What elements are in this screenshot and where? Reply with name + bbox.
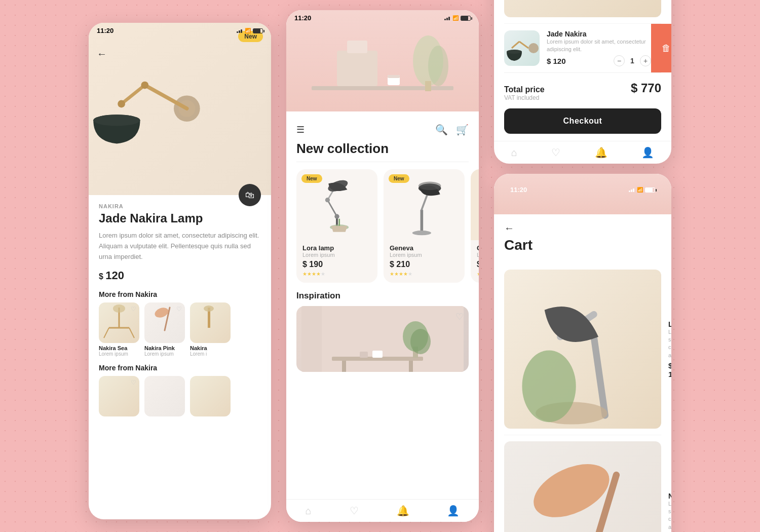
nav-user[interactable]: 👤 bbox=[447, 505, 460, 517]
more-item-2[interactable]: ♡ Nakira Pink Lorem ipsum bbox=[144, 302, 185, 357]
cart-item-row-2: Jade Nakira Lorem ipsum dolor sit amet, … bbox=[504, 24, 671, 73]
cart-list-item-nakira: Nakira Pink Lorem ipsum dolor sit amet, … bbox=[504, 435, 661, 532]
price-value: 120 bbox=[105, 269, 124, 282]
product-card-geneva[interactable]: New Geneva Lorem ipsum $ 2 bbox=[384, 169, 465, 283]
cart-back-button[interactable]: ← bbox=[504, 222, 661, 234]
total-label: Total price bbox=[504, 85, 545, 94]
product-description: Lorem ipsum dolor sit amet, consectetur … bbox=[99, 231, 261, 262]
svg-line-11 bbox=[129, 328, 134, 338]
cart-title: Cart bbox=[504, 237, 661, 253]
badge-lora: New bbox=[301, 174, 322, 183]
chri-lamp-svg bbox=[471, 172, 479, 238]
status-bar-cart: 11:20 📶 bbox=[502, 182, 663, 196]
cart-title-area: ← Cart bbox=[494, 214, 671, 258]
bottom-item-thumb-2 bbox=[144, 376, 185, 416]
bottom-item-thumb-3 bbox=[190, 376, 231, 416]
cart-item-lamp-1 bbox=[504, 0, 661, 15]
product-card-lora[interactable]: New bbox=[296, 169, 377, 283]
product-card-img-lora: New bbox=[296, 169, 377, 240]
more-item-name-2: Nakira Pink bbox=[144, 345, 185, 351]
svg-rect-33 bbox=[421, 209, 424, 233]
status-bar-left: 11:20 📶 bbox=[89, 23, 271, 36]
bottom-item-1[interactable]: ♡ bbox=[99, 376, 139, 416]
vat-text: VAT included bbox=[504, 94, 545, 101]
products-scroll: New bbox=[286, 169, 479, 283]
more-item-desc-1: Lorem ipsum bbox=[99, 351, 139, 357]
heart-icon-2[interactable]: ♡ bbox=[176, 306, 182, 313]
product-name: Jade Nakira Lamp bbox=[99, 211, 261, 225]
geneva-stars: ★★★★★ bbox=[390, 271, 459, 277]
cart-status-bar: 11:20 📶 bbox=[494, 179, 671, 196]
svg-rect-49 bbox=[360, 352, 368, 358]
geneva-name: Geneva bbox=[390, 244, 459, 252]
svg-point-34 bbox=[412, 231, 431, 235]
cart-list-details-lora: Lora Lamp Lorem ipsum dolor sit amet, co… bbox=[668, 320, 671, 379]
hamburger-icon[interactable]: ☰ bbox=[296, 124, 305, 135]
bottom-item-2[interactable] bbox=[144, 376, 185, 416]
right-column: Lora Lamp Lorem ipsum dolor sit amet, co… bbox=[494, 0, 671, 532]
inspiration-illustration bbox=[296, 306, 469, 372]
nav-home[interactable]: ⌂ bbox=[305, 505, 311, 517]
top-navigation: ☰ 🔍 🛒 bbox=[286, 117, 479, 141]
cart-button-floating[interactable]: 🛍 bbox=[239, 184, 261, 206]
svg-rect-24 bbox=[388, 75, 400, 78]
cart-list-details-nakira: Nakira Pink Lorem ipsum dolor sit amet, … bbox=[668, 492, 671, 532]
heart-icon-b1[interactable]: ♡ bbox=[131, 379, 136, 386]
list-lamp-1 bbox=[504, 270, 661, 427]
trash-icon: 🗑 bbox=[662, 43, 671, 54]
svg-point-60 bbox=[522, 351, 576, 423]
qty-value-2: 1 bbox=[629, 57, 636, 65]
product-card-img-geneva: New bbox=[384, 169, 465, 240]
svg-point-16 bbox=[204, 306, 214, 312]
bottom-more-section: More from Nakira ♡ bbox=[99, 364, 261, 416]
back-button[interactable]: ← bbox=[97, 48, 107, 60]
hero-illustration bbox=[286, 10, 479, 111]
svg-line-54 bbox=[519, 42, 528, 48]
product-card-chri[interactable]: Chri Lore $ 21 ★★★★★ bbox=[471, 169, 479, 283]
bottom-item-3[interactable] bbox=[190, 376, 231, 416]
nav-home-rt[interactable]: ⌂ bbox=[511, 147, 517, 159]
phone-collection-view: 11:20 📶 ☰ 🔍 🛒 New collection New bbox=[286, 10, 479, 522]
cart-item-img-lora bbox=[504, 0, 661, 17]
svg-point-4 bbox=[141, 82, 148, 89]
more-item-thumb-2: ♡ bbox=[144, 302, 185, 343]
lora-card-info: Lora lamp Lorem ipsum $ 190 ★★★★★ bbox=[296, 240, 377, 283]
total-section: Total price VAT included $ 770 bbox=[494, 73, 671, 101]
cart-list-img-lora bbox=[504, 270, 661, 429]
svg-line-55 bbox=[512, 42, 519, 48]
svg-point-37 bbox=[419, 182, 441, 191]
heart-icon-1[interactable]: ♡ bbox=[131, 306, 136, 313]
more-item-desc-3: Lorem i bbox=[190, 351, 241, 357]
product-lamp-illustration bbox=[89, 38, 210, 170]
qty-increase-2[interactable]: + bbox=[640, 55, 651, 66]
cart-list-name-nakira: Nakira Pink bbox=[668, 492, 671, 500]
svg-line-3 bbox=[122, 85, 145, 104]
collection-hero-image bbox=[286, 10, 479, 111]
more-from-section: More from Nakira ♡ Nakira Sea bbox=[99, 290, 261, 357]
search-icon[interactable]: 🔍 bbox=[435, 124, 448, 136]
cart-item-bottom-2: $ 120 − 1 + bbox=[547, 55, 651, 66]
status-icons-left: 📶 bbox=[237, 28, 263, 33]
bottom-more-row: ♡ bbox=[99, 376, 261, 416]
cart-icon[interactable]: 🛒 bbox=[456, 124, 469, 136]
lora-price: $ 190 bbox=[302, 260, 371, 269]
svg-line-2 bbox=[145, 85, 187, 108]
checkout-button[interactable]: Checkout bbox=[504, 108, 661, 134]
qty-decrease-2[interactable]: − bbox=[614, 55, 625, 66]
more-item-1[interactable]: ♡ Nakira Sea Lorem ipsum bbox=[99, 302, 139, 357]
svg-point-21 bbox=[428, 46, 448, 86]
more-item-3[interactable]: Nakira Lorem i bbox=[190, 302, 241, 357]
cart-item-lamp-2 bbox=[504, 30, 540, 66]
delete-button[interactable]: 🗑 bbox=[651, 24, 671, 73]
nav-bell[interactable]: 🔔 bbox=[397, 505, 409, 517]
inspiration-heart[interactable]: ♡ bbox=[455, 311, 464, 322]
product-card-img-chri bbox=[471, 169, 479, 240]
nav-heart[interactable]: ♡ bbox=[350, 505, 359, 517]
nav-user-rt[interactable]: 👤 bbox=[641, 146, 654, 159]
top-nav-icons: 🔍 🛒 bbox=[435, 124, 469, 136]
nav-heart-rt[interactable]: ♡ bbox=[551, 146, 560, 159]
nav-bell-rt[interactable]: 🔔 bbox=[595, 146, 607, 159]
svg-rect-19 bbox=[347, 41, 367, 53]
more-item-thumb-1: ♡ bbox=[99, 302, 139, 343]
svg-rect-40 bbox=[301, 306, 464, 372]
